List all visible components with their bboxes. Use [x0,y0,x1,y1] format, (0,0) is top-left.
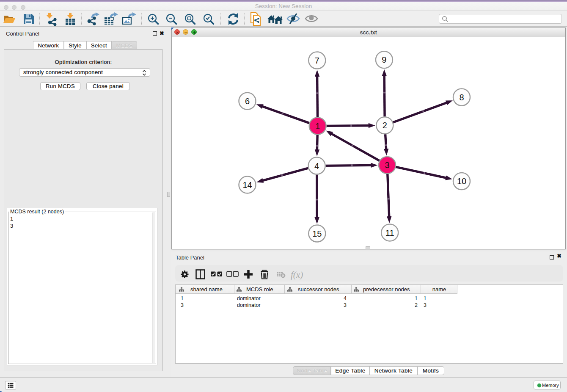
svg-text:3: 3 [385,160,389,170]
svg-text:11: 11 [385,228,394,237]
svg-text:15: 15 [312,229,322,238]
svg-text:9: 9 [382,55,386,64]
svg-text:8: 8 [459,93,464,102]
svg-text:2: 2 [383,121,387,130]
svg-text:1: 1 [315,121,320,131]
svg-text:4: 4 [314,161,319,171]
svg-text:f(x): f(x) [291,270,303,280]
svg-text:7: 7 [315,56,319,65]
svg-text:10: 10 [457,177,466,186]
svg-text:14: 14 [242,180,252,190]
svg-text:6: 6 [245,97,250,106]
